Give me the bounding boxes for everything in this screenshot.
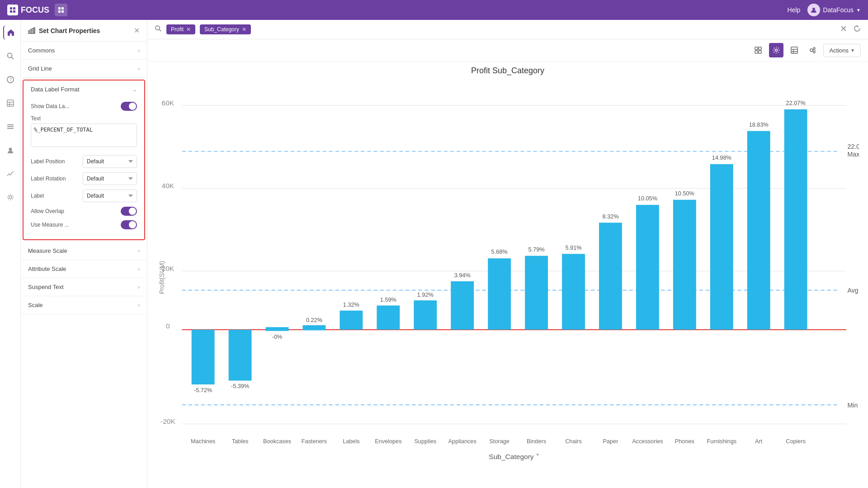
svg-rect-0 [10,7,12,9]
x-label-appliances: Appliances [448,438,476,445]
svg-rect-13 [7,100,14,106]
sidebar-table-icon[interactable] [3,96,18,110]
attribute-scale-header[interactable]: Attribute Scale › [21,260,147,278]
bar-appliances[interactable] [451,281,474,330]
search-refresh-button[interactable] [854,25,861,34]
user-menu[interactable]: DataFocus ▼ [807,4,861,16]
bar-labels[interactable] [340,311,363,330]
svg-rect-33 [759,51,761,53]
x-label-furnishings: Furnishings [707,438,736,445]
bar-tables[interactable] [229,330,252,381]
measure-scale-chevron-icon: › [138,248,140,254]
svg-rect-5 [61,7,64,9]
bar-bookcases[interactable] [266,327,289,331]
x-label-supplies: Supplies [414,438,436,445]
svg-rect-17 [7,124,14,125]
bar-art[interactable] [747,131,770,330]
data-label-format-header[interactable]: Data Label Format ⌄ [24,81,144,98]
panel-close-button[interactable]: ✕ [134,26,140,35]
sidebar-home-icon[interactable] [3,25,18,40]
label-rotation-select[interactable]: Default0°45°90° [83,172,137,185]
bar-storage[interactable] [488,258,511,330]
label-position-select[interactable]: DefaultTopBottomCenter [83,155,137,168]
bar-envelopes[interactable] [377,305,400,330]
avg-label: Avg 11.59K [848,287,859,294]
top-navigation: FOCUS Help DataFocus ▼ [0,0,868,20]
svg-point-26 [156,26,160,30]
chart-type-layout-icon[interactable] [751,43,765,57]
grid-line-section: Grid Line › [21,60,147,78]
grid-line-section-header[interactable]: Grid Line › [21,60,147,77]
x-label-labels: Labels [343,438,359,445]
app-logo[interactable]: FOCUS [7,5,49,15]
search-clear-button[interactable] [840,25,847,34]
label-row: Label DefaultBoldItalic [31,190,137,202]
chart-settings-toolbar-icon[interactable] [769,43,783,57]
show-data-label-toggle[interactable] [121,102,137,111]
grid-line-label: Grid Line [28,65,52,72]
data-label-format-label: Data Label Format [31,86,80,93]
text-input[interactable]: %_PERCENT_OF_TOTAL [31,123,137,147]
svg-point-40 [813,47,815,49]
chart-svg-wrapper: 60K 40K 20K 0 -20K Profit(SUM) [156,80,859,475]
sidebar-person-icon[interactable] [3,143,18,157]
sidebar-gear-icon[interactable] [3,190,18,204]
use-measure-toggle[interactable] [121,220,137,229]
text-label-row: Text %_PERCENT_OF_TOTAL [31,115,137,152]
label-rotation-row: Label Rotation Default0°45°90° [31,172,137,185]
bar-copiers[interactable] [784,109,807,330]
suspend-text-label: Suspend Text [28,284,64,290]
sidebar-help-icon[interactable]: ? [3,72,18,87]
x-label-storage: Storage [489,438,509,445]
sidebar-list-icon[interactable] [3,119,18,134]
measure-scale-header[interactable]: Measure Scale › [21,242,147,260]
chart-filter-icon[interactable] [805,43,820,57]
profit-filter-tag[interactable]: Profit ✕ [166,24,195,34]
label-select[interactable]: DefaultBoldItalic [83,190,137,202]
allow-overlap-row: Allow Overlap [31,207,137,216]
actions-button[interactable]: Actions ▼ [823,44,861,57]
label-position-row: Label Position DefaultTopBottomCenter [31,155,137,168]
bar-machines[interactable] [192,330,215,384]
avatar [807,4,820,16]
svg-rect-24 [32,28,33,33]
subcategory-filter-close[interactable]: ✕ [242,26,246,33]
bar-phones[interactable] [673,200,696,330]
min-label: Min -11.27K [848,402,859,409]
panel-header: Set Chart Properties ✕ [21,20,147,42]
user-chevron: ▼ [856,8,861,13]
suspend-text-header[interactable]: Suspend Text › [21,278,147,296]
svg-rect-1 [13,7,15,9]
nav-extra-icon[interactable] [55,4,67,16]
bar-label-supplies: 1.92% [417,292,434,298]
use-measure-row: Use Measure ... [31,220,137,229]
sidebar-analytics-icon[interactable] [3,166,18,181]
bar-binders[interactable] [525,256,548,330]
bar-fasteners[interactable] [303,325,326,330]
content-area: Profit ✕ Sub_Category ✕ [147,20,868,488]
commons-section-header[interactable]: Commons › [21,42,147,59]
help-link[interactable]: Help [788,6,801,14]
scale-header[interactable]: Scale › [21,296,147,314]
show-data-label-control [79,102,137,111]
measure-scale-section: Measure Scale › [21,242,147,260]
profit-filter-close[interactable]: ✕ [186,26,191,33]
sidebar-search-icon[interactable] [3,49,18,63]
user-label: DataFocus [823,6,854,14]
bar-supplies[interactable] [414,300,437,330]
chart-table-icon[interactable] [787,43,802,57]
bar-accessories[interactable] [636,205,659,330]
svg-line-27 [159,29,161,31]
bar-furnishings[interactable] [710,164,733,330]
bar-chairs[interactable] [562,254,585,330]
svg-rect-4 [58,7,61,9]
data-label-format-section: Data Label Format ⌄ Show Data La... Text… [23,80,145,240]
bar-paper[interactable] [599,223,622,330]
y-tick-0: 0 [166,322,170,330]
allow-overlap-toggle[interactable] [121,207,137,216]
svg-point-41 [813,51,815,53]
search-bar: Profit ✕ Sub_Category ✕ [147,20,868,39]
svg-rect-18 [7,126,14,127]
x-label-binders: Binders [527,438,546,445]
subcategory-filter-tag[interactable]: Sub_Category ✕ [200,24,251,34]
